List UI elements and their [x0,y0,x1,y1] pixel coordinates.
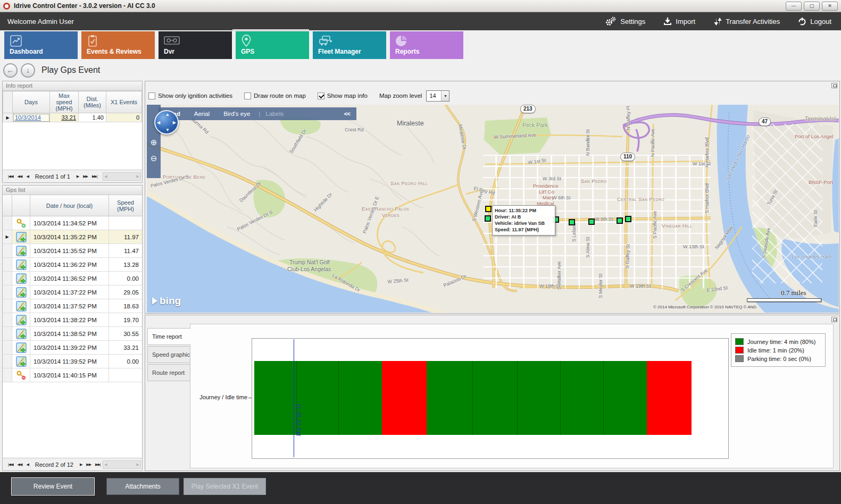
gps-list-row[interactable]: 10/3/2014 11:37:22 PM29.05 [3,285,142,299]
map-compass-control[interactable]: ▲ ▼ ◀ ▶ [154,110,179,135]
col-x1-events[interactable]: X1 Events [106,91,142,113]
col-days[interactable]: Days [13,91,50,113]
last-record-button[interactable]: ▶▶| [95,463,101,467]
gps-list-row[interactable]: 10/3/2014 11:39:52 PM0.00 [3,355,142,368]
tab-time-report[interactable]: Time report [147,328,191,345]
last-record-button[interactable]: ▶▶| [92,174,97,179]
next-record-button[interactable]: ▶ [80,463,82,467]
map-style-labels[interactable]: Labels [265,111,284,117]
tab-speed-graphic[interactable]: Speed graphic [147,346,190,363]
prev-page-button[interactable]: ◀◀ [18,463,22,467]
close-button[interactable]: ✕ [822,2,838,11]
gps-list-row[interactable]: 10/3/2014 11:35:52 PM11.47 [3,244,142,258]
first-record-button[interactable]: |◀◀ [8,463,13,467]
gps-list-row[interactable]: ▶10/3/2014 11:35:22 PM11.97 [3,230,142,244]
day-link[interactable]: 10/3/2014 [15,114,41,121]
review-event-button[interactable]: Review Event [12,478,94,495]
gps-list-row[interactable]: 10/3/2014 11:40:15 PM [3,368,142,382]
next-page-button[interactable]: ▶▶ [86,463,91,467]
legend-swatch [735,338,744,345]
zoom-out-button[interactable]: ⊖ [147,154,161,166]
sample-divider [338,361,339,435]
collapse-panel-button[interactable] [831,317,837,322]
back-button[interactable]: ← [3,63,18,78]
first-record-button[interactable]: |◀◀ [8,174,13,179]
map-label: S Gaffey St [624,244,631,268]
map-label: N Harbor Blvd [704,137,710,167]
map-label: Verdes [382,212,399,218]
col-date-hour[interactable]: Date / hour (local) [30,195,109,216]
maximize-button[interactable]: ▢ [804,2,820,11]
col-max-speed[interactable]: Max speed (MPH) [50,91,79,113]
col-dist[interactable]: Dist. (Miles) [79,91,106,113]
prev-record-button[interactable]: ◀ [26,463,28,467]
prev-page-button[interactable]: ◀◀ [18,174,22,179]
gps-date: 10/3/2014 11:35:52 PM [30,244,109,257]
gps-list-row[interactable]: 10/3/2014 11:39:22 PM33.21 [3,341,142,355]
minimize-button[interactable]: — [786,2,802,11]
logout-button[interactable]: Logout [798,17,831,26]
show-map-info-checkbox[interactable] [318,93,324,99]
tab-fleet-manager[interactable]: Fleet Manager [313,31,386,59]
title-bar: Idrive Control Center - 3.0.2 version - … [0,0,841,12]
draw-route-checkbox[interactable] [244,93,251,99]
x1-events-value: 0 [106,113,142,122]
legend-label: Parking time: 0 sec (0%) [747,356,811,362]
settings-button[interactable]: Settings [605,16,645,26]
row-indicator: ▶ [3,113,13,122]
zoom-in-button[interactable]: ⊕ [147,138,161,150]
row-indicator [3,258,12,271]
gps-point-icon [12,299,30,313]
tab-gps[interactable]: GPS [236,31,309,59]
col-speed[interactable]: Speed (MPH) [109,195,142,216]
import-button[interactable]: Import [663,17,695,26]
route-point-marker[interactable] [485,215,491,222]
max-speed-value[interactable]: 33.21 [61,114,76,121]
map-label: N Pacific Ave [650,129,655,157]
horizontal-scrollbar[interactable]: ◀▶ [103,172,141,181]
transfer-activities-button[interactable]: Transfer Activities [713,17,780,26]
tab-events-reviews[interactable]: Events & Reviews [81,31,155,59]
tab-reports[interactable]: Reports [390,31,463,59]
prev-record-button[interactable]: ◀ [26,174,28,179]
map-scale-bar [747,298,821,302]
gps-list-row[interactable]: 10/3/2014 11:38:52 PM30.55 [3,327,142,341]
show-ignition-checkbox[interactable] [148,93,155,99]
map-bar-collapse-button[interactable]: << [344,111,350,117]
row-indicator [3,341,12,354]
gps-list-row[interactable]: 10/3/2014 11:36:22 PM13.28 [3,258,142,272]
route-point-marker[interactable] [588,219,595,225]
play-selected-x1-event-button[interactable]: Play Selected X1 Event [184,478,266,495]
collapse-panel-button[interactable] [831,83,837,88]
route-point-marker[interactable] [625,216,631,222]
route-point-marker[interactable] [569,219,575,225]
gps-list-row[interactable]: 10/3/2014 11:34:52 PM [3,216,142,230]
gps-date: 10/3/2014 11:34:52 PM [30,216,109,230]
bing-map[interactable]: Burma RdSouthfield DrCrest RdMiralesteMi… [147,105,839,313]
tab-dvr[interactable]: Dvr [159,31,232,59]
tab-dashboard[interactable]: Dashboard [4,31,78,59]
route-point-marker[interactable] [617,217,623,224]
app-icon [3,3,10,10]
gps-list-record-nav: |◀◀ ◀◀ ◀ Record 2 of 12 ▶ ▶▶ ▶▶| ◀▶ [3,458,142,471]
gps-list-row[interactable]: 10/3/2014 11:36:52 PM0.00 [3,272,142,285]
module-tabs: Dashboard Events & Reviews Dvr GPS Fleet… [4,31,463,59]
route-start-marker[interactable] [485,206,492,212]
down-button[interactable]: ↓ [21,63,35,78]
next-record-button[interactable]: ▶ [77,174,79,179]
gps-date: 10/3/2014 11:38:22 PM [30,313,109,326]
time-cursor-line [294,339,294,457]
horizontal-scrollbar[interactable]: ◀▶ [103,460,141,469]
info-report-row[interactable]: ▶ 10/3/2014 33.21 1.40 0 [3,113,142,122]
clipboard-check-icon [87,35,98,49]
gps-list-row[interactable]: 10/3/2014 11:38:22 PM19.70 [3,313,142,327]
map-style-aerial[interactable]: Aerial [194,111,210,117]
map-zoom-select[interactable]: 14 ▼ [426,90,449,102]
map-style-birdseye[interactable]: Bird's eye [223,111,250,117]
gps-point-icon [12,285,30,299]
next-page-button[interactable]: ▶▶ [83,174,88,179]
attachments-button[interactable]: Attachments [106,478,179,495]
tab-route-report[interactable]: Route report [147,364,190,381]
gps-list-row[interactable]: 10/3/2014 11:37:52 PM18.63 [3,299,142,313]
welcome-text: Welcome Admin User [0,18,74,26]
